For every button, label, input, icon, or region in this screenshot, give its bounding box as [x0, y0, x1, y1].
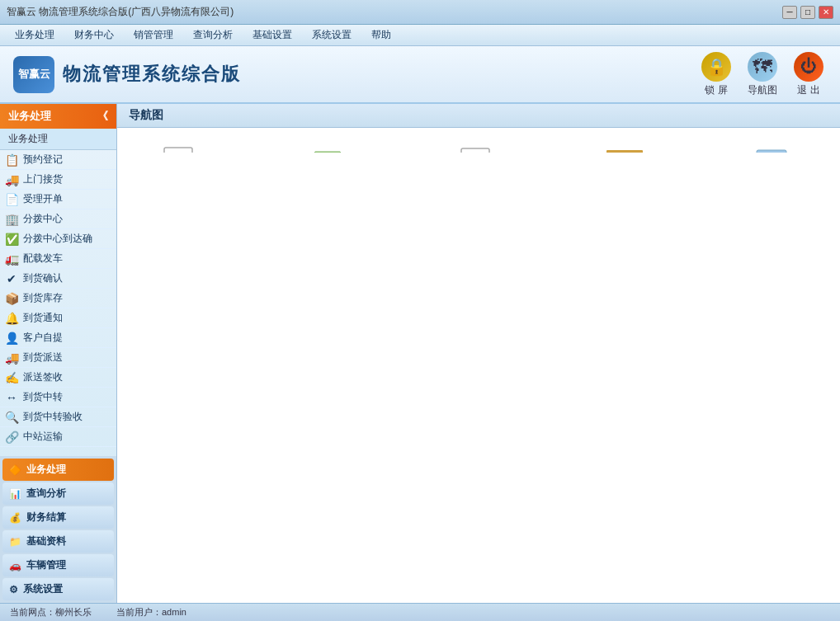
fenzhen-daohuo-icon [455, 145, 498, 153]
fenzhen-ku-icon [603, 145, 646, 153]
zhongzhuan-sidebar-icon: ↔ [3, 391, 20, 404]
daohuo-tong-flow[interactable]: 到货通知 [736, 145, 810, 153]
nav-map-button[interactable]: 🗺 导航图 [748, 52, 777, 97]
yuyue-flow-icon [158, 144, 201, 153]
yewu-nav-label: 业务处理 [26, 463, 66, 477]
main-layout: 业务处理 《 业务处理 📋 预约登记 🚚 上门接货 📄 受理开单 🏢 分拨中心 … [0, 104, 840, 603]
daotong-label: 到货通知 [23, 311, 63, 325]
shouli-label: 受理开单 [23, 192, 63, 206]
close-button[interactable]: ✕ [819, 6, 833, 19]
daohuo-label: 到货确认 [23, 271, 63, 285]
xitong-nav-icon: ⚙ [9, 584, 18, 595]
diagram-row1: 预约登记 [142, 144, 832, 153]
sidebar-header: 业务处理 《 [0, 104, 116, 129]
yewu-nav-icon: 🔶 [9, 464, 21, 476]
lock-label: 锁 屏 [705, 83, 727, 97]
sidebar-item-peidai[interactable]: 🚛 配载发车 [0, 249, 116, 269]
nav-btn-chexiang[interactable]: 🚗 车辆管理 [2, 554, 114, 576]
sidebar: 业务处理 《 业务处理 📋 预约登记 🚚 上门接货 📄 受理开单 🏢 分拨中心 … [0, 104, 117, 603]
fenzhen-daohuo-flow[interactable]: 分拨到货确认 [439, 145, 513, 153]
menu-chaxunfenxi[interactable]: 查询分析 [185, 26, 241, 44]
menu-caiwuzhongxin[interactable]: 财务中心 [66, 26, 122, 44]
sidebar-item-daohuoku[interactable]: 📦 到货库存 [0, 289, 116, 308]
paidaiqian-label: 派送签收 [23, 370, 63, 384]
paidai-label: 到货派送 [23, 350, 63, 365]
exit-button[interactable]: ⏻ 退 出 [794, 52, 823, 97]
sidebar-section: 业务处理 [0, 129, 116, 150]
kehu-label: 客户自提 [23, 331, 63, 345]
sidebar-item-shouli[interactable]: 📄 受理开单 [0, 190, 116, 209]
content-header: 导航图 [117, 104, 840, 128]
fenzhen1-flow[interactable]: 分拨中心 [290, 145, 365, 153]
menu-xitongshezhi[interactable]: 系统设置 [304, 26, 360, 44]
content-title: 导航图 [129, 108, 163, 121]
chaxun-nav-label: 查询分析 [26, 487, 66, 501]
zhongzhanlu-sidebar-icon: 🔗 [3, 430, 20, 444]
nav-btn-xitong[interactable]: ⚙ 系统设置 [2, 578, 114, 600]
app-title: 物流管理系统综合版 [63, 62, 241, 87]
caiwu-nav-label: 财务结算 [26, 510, 66, 525]
kehu-sidebar-icon: 👤 [3, 332, 20, 345]
sidebar-item-zhongzhuan[interactable]: ↔ 到货中转 [0, 388, 116, 407]
sidebar-item-shanmen[interactable]: 🚚 上门接货 [0, 170, 116, 190]
caiwu-nav-icon: 💰 [9, 512, 21, 524]
logo-area: 智赢云 物流管理系统综合版 [13, 56, 241, 93]
zhongzhuanyan-label: 到货中转验收 [23, 410, 83, 424]
jichue-nav-label: 基础资料 [26, 534, 66, 548]
current-user: 当前用户：admin [116, 606, 186, 619]
shouli-sidebar-icon: 📄 [3, 193, 20, 206]
nav-btn-caiwu[interactable]: 💰 财务结算 [2, 506, 114, 529]
sidebar-item-fenzhendao[interactable]: ✅ 分拨中心到达确 [0, 229, 116, 249]
fenzhen-label: 分拨中心 [23, 212, 63, 226]
power-icon: ⏻ [794, 52, 823, 82]
minimize-button[interactable]: ─ [782, 6, 797, 19]
title-bar: 智赢云 物流管理系统综合版(广西八异物流有限公司) ─ □ ✕ [0, 0, 840, 25]
sidebar-item-daotong[interactable]: 🔔 到货通知 [0, 308, 116, 328]
sidebar-item-paidaiqian[interactable]: ✍ 派送签收 [0, 368, 116, 388]
daotong-sidebar-icon: 🔔 [3, 312, 20, 325]
yuyue-flow[interactable]: 预约登记 [142, 144, 216, 153]
logo-icon: 智赢云 [13, 56, 54, 93]
svg-rect-50 [757, 150, 786, 153]
fenzhen-ku-flow[interactable]: 分拨到货库存 [588, 145, 662, 153]
zhongzhuan-label: 到货中转 [23, 390, 63, 404]
jichue-nav-icon: 📁 [9, 536, 21, 548]
chexiang-nav-icon: 🚗 [9, 560, 21, 572]
nav-btn-jichue[interactable]: 📁 基础资料 [2, 530, 114, 553]
daohuoku-label: 到货库存 [23, 291, 63, 305]
sidebar-item-zhongzhuanyan[interactable]: 🔍 到货中转验收 [0, 407, 116, 427]
nav-label: 导航图 [748, 83, 777, 97]
header: 智赢云 物流管理系统综合版 🔒 锁 屏 🗺 导航图 ⏻ 退 出 [0, 46, 840, 104]
sidebar-nav: 🔶 业务处理 📊 查询分析 💰 财务结算 📁 基础资料 🚗 车辆管理 ⚙ [0, 456, 116, 603]
menu-xiaoguan[interactable]: 销管管理 [125, 26, 182, 44]
sidebar-item-yuyue[interactable]: 📋 预约登记 [0, 150, 116, 170]
svg-rect-28 [164, 148, 192, 153]
nav-btn-yewu[interactable]: 🔶 业务处理 [2, 459, 114, 481]
sidebar-item-paidai[interactable]: 🚚 到货派送 [0, 348, 116, 368]
nav-btn-chaxun[interactable]: 📊 查询分析 [2, 482, 114, 505]
lock-screen-button[interactable]: 🔒 锁 屏 [701, 52, 731, 97]
window-controls[interactable]: ─ □ ✕ [782, 6, 833, 19]
sidebar-item-fenzhen[interactable]: 🏢 分拨中心 [0, 209, 116, 229]
chaxun-nav-icon: 📊 [9, 488, 21, 500]
sidebar-collapse-btn[interactable]: 《 [97, 109, 108, 124]
xitong-nav-label: 系统设置 [23, 582, 63, 596]
menu-bangzhu[interactable]: 帮助 [363, 26, 399, 44]
paidaiqian-sidebar-icon: ✍ [3, 371, 20, 384]
sidebar-item-zhongzhanlu[interactable]: 🔗 中站运输 [0, 427, 116, 447]
menu-jichushezhi[interactable]: 基础设置 [244, 26, 300, 44]
content-body: 预约登记 [117, 128, 840, 603]
svg-marker-41 [305, 152, 350, 153]
maximize-button[interactable]: □ [800, 6, 815, 19]
shanmen-sidebar-icon: 🚚 [3, 173, 20, 186]
current-node: 当前网点：柳州长乐 [10, 606, 92, 619]
sidebar-item-daohuo[interactable]: ✔ 到货确认 [0, 269, 116, 289]
paidai-sidebar-icon: 🚚 [3, 351, 20, 365]
sidebar-item-kehu[interactable]: 👤 客户自提 [0, 328, 116, 348]
sidebar-title: 业务处理 [8, 109, 51, 124]
menu-yewuchuli[interactable]: 业务处理 [7, 26, 63, 44]
status-bar: 当前网点：柳州长乐 当前用户：admin [0, 603, 840, 621]
fenzhendao-sidebar-icon: ✅ [3, 233, 20, 246]
lock-icon: 🔒 [701, 52, 731, 82]
daohuo-sidebar-icon: ✔ [3, 272, 20, 285]
